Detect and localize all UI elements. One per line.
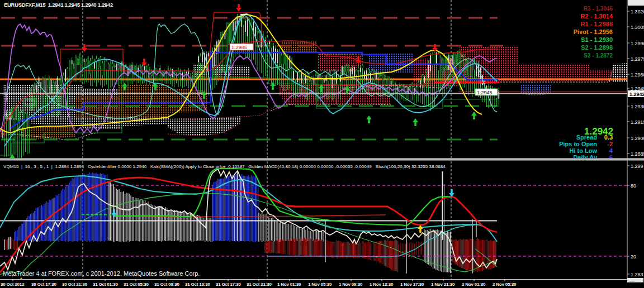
svg-text:4: 4: [609, 147, 613, 154]
svg-text:S1 - 1.2930: S1 - 1.2930: [581, 36, 613, 43]
svg-text:Hi to Low: Hi to Low: [570, 147, 598, 154]
svg-text:1.2975: 1.2975: [631, 56, 644, 62]
svg-text:31 Oct 01:30: 31 Oct 01:30: [93, 282, 118, 287]
svg-text:80: 80: [631, 183, 636, 189]
svg-text:30 Oct 21:30: 30 Oct 21:30: [62, 282, 87, 287]
svg-text:1.3020: 1.3020: [631, 9, 644, 15]
svg-text:1 Nov 01:30: 1 Nov 01:30: [277, 282, 301, 287]
svg-text:R3 - 1.3046: R3 - 1.3046: [584, 6, 613, 12]
svg-text:....: ....: [629, 278, 634, 283]
svg-text:1.2990: 1.2990: [631, 41, 644, 46]
svg-text:EURUSDFXF,M15 1.2941 1.2945 1: EURUSDFXF,M15 1.2941 1.2945 1.2940 1.294…: [4, 2, 113, 8]
svg-text:1 Nov 05:30: 1 Nov 05:30: [308, 282, 332, 287]
svg-text:30 Oct 17:30: 30 Oct 17:30: [31, 282, 56, 287]
svg-text:1 Nov 13:30: 1 Nov 13:30: [370, 282, 394, 287]
svg-text:31 Oct 13:30: 31 Oct 13:30: [185, 282, 210, 287]
svg-text:1.299: 1.299: [631, 164, 643, 169]
svg-text:31 Oct 09:30: 31 Oct 09:30: [154, 282, 179, 287]
svg-text:VQM15 | 16 , 3 , 5 , 1 | 1: VQM15 | 16 , 3 , 5 , 1 | 1.2894 1.2894 C…: [3, 164, 446, 169]
svg-text:1.2945: 1.2945: [477, 90, 493, 95]
svg-text:0.3: 0.3: [604, 134, 613, 141]
svg-text:S2 - 1.2898: S2 - 1.2898: [581, 44, 613, 51]
svg-text:Pips to Open: Pips to Open: [559, 141, 597, 147]
svg-text:-2: -2: [607, 141, 613, 147]
svg-text:1 Nov 21:30: 1 Nov 21:30: [431, 282, 455, 287]
svg-text:1.2942: 1.2942: [629, 92, 644, 97]
svg-text:1.2930: 1.2930: [631, 104, 644, 109]
svg-text:1.2960: 1.2960: [631, 72, 644, 78]
svg-text:1 Nov 09:30: 1 Nov 09:30: [339, 282, 363, 287]
svg-text:1.283: 1.283: [631, 272, 643, 277]
svg-text:Spread: Spread: [576, 134, 597, 141]
svg-text:S3 - 1.2872: S3 - 1.2872: [584, 52, 613, 59]
svg-text:R2 - 1.3014: R2 - 1.3014: [581, 13, 613, 20]
svg-text:Pivot - 1.2956: Pivot - 1.2956: [574, 28, 613, 35]
svg-text:MetaTrader 4 at FOREX.com, c 2: MetaTrader 4 at FOREX.com, c 2001-2012, …: [3, 270, 200, 277]
svg-text:1.2885: 1.2885: [631, 151, 644, 157]
svg-text:1.2900: 1.2900: [631, 136, 644, 141]
svg-text:R1 - 1.2988: R1 - 1.2988: [581, 21, 613, 27]
svg-text:1.2915: 1.2915: [631, 119, 644, 125]
svg-text:31 Oct 21:30: 31 Oct 21:30: [247, 282, 272, 287]
svg-text:31 Oct 17:30: 31 Oct 17:30: [216, 282, 241, 287]
svg-text:31 Oct 05:30: 31 Oct 05:30: [124, 282, 149, 287]
svg-text:2 Nov 01:30: 2 Nov 01:30: [462, 282, 486, 287]
svg-text:20: 20: [631, 254, 636, 260]
svg-text:1.3005: 1.3005: [631, 25, 644, 30]
svg-text:30 Oct 2012: 30 Oct 2012: [1, 282, 25, 287]
svg-text:2 Nov 05:30: 2 Nov 05:30: [493, 282, 517, 287]
svg-text:1 Nov 17:30: 1 Nov 17:30: [400, 282, 424, 287]
svg-text:1.2985: 1.2985: [231, 45, 247, 50]
